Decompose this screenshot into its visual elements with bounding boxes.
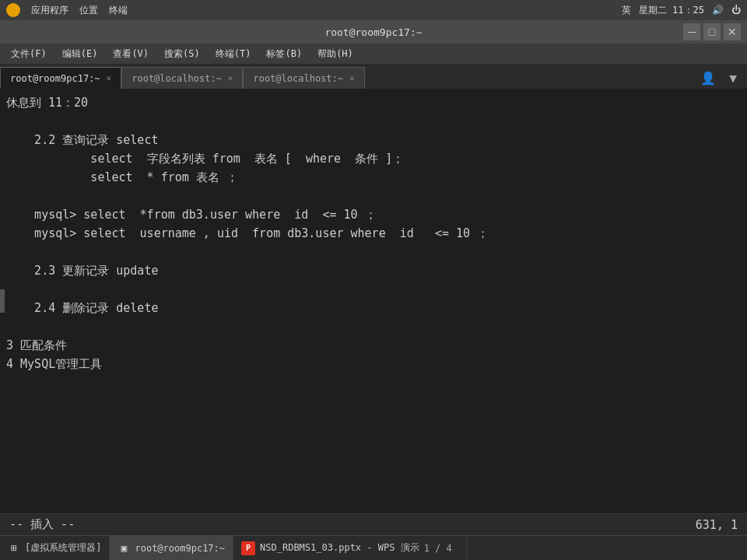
close-button[interactable]: ✕ [724, 23, 741, 40]
title-bar: root@room9pc17:~ ─ □ ✕ [0, 20, 747, 44]
tab-bar-actions: 👤 ▼ [697, 67, 747, 89]
menu-terminal[interactable]: 终端(T) [209, 46, 258, 62]
tab-0-label: root@room9pc17:~ [10, 73, 100, 84]
taskbar-terminal[interactable]: ▣ root@room9pc17:~ [110, 536, 233, 561]
taskbar-wps[interactable]: P NSD_RDBMS1_03.pptx - WPS 演示 1 / 4 [233, 536, 467, 561]
system-bar-right: 英 星期二 11：25 🔊 ⏻ [622, 4, 741, 17]
menu-file[interactable]: 文件(F) [5, 46, 53, 62]
terminal-taskbar-icon: ▣ [117, 542, 130, 555]
menu-search[interactable]: 搜索(S) [158, 46, 206, 62]
power-icon[interactable]: ⏻ [731, 5, 741, 16]
status-bar: -- 插入 -- 631, 1 [0, 513, 747, 535]
window-controls: ─ □ ✕ [683, 23, 741, 40]
taskbar: ⊞ [虚拟系统管理器] ▣ root@room9pc17:~ P NSD_RDB… [0, 535, 747, 560]
terminal-output: 休息到 11：20 2.2 查询记录 select select 字段名列表 f… [6, 93, 741, 373]
tab-2-label: root@localhost:~ [253, 73, 343, 84]
menu-tags[interactable]: 标签(B) [260, 46, 308, 62]
page-count: 1 / 4 [424, 543, 458, 554]
tab-menu-button[interactable]: ▼ [722, 67, 744, 89]
tab-2[interactable]: root@localhost:~ ✕ [243, 67, 364, 89]
taskbar-terminal-label: root@room9pc17:~ [135, 543, 225, 554]
location-menu[interactable]: 位置 [79, 4, 98, 17]
lang-indicator: 英 [622, 4, 631, 17]
vm-manager-icon: ⊞ [8, 542, 20, 555]
tab-1[interactable]: root@localhost:~ ✕ [121, 67, 243, 89]
tab-0-close[interactable]: ✕ [107, 73, 112, 83]
app-menu[interactable]: 应用程序 [31, 4, 68, 17]
system-bar-left: 应用程序 位置 终端 [6, 3, 128, 17]
tab-0[interactable]: root@room9pc17:~ ✕ [0, 67, 121, 89]
wps-icon: P [241, 541, 255, 555]
system-bar: 应用程序 位置 终端 英 星期二 11：25 🔊 ⏻ [0, 0, 747, 20]
tab-bar: root@room9pc17:~ ✕ root@localhost:~ ✕ ro… [0, 64, 747, 89]
volume-icon[interactable]: 🔊 [712, 5, 724, 16]
menu-help[interactable]: 帮助(H) [311, 46, 359, 62]
window-title: root@room9pc17:~ [324, 26, 422, 38]
taskbar-wps-label: NSD_RDBMS1_03.pptx - WPS 演示 [260, 541, 419, 555]
menu-bar: 文件(F) 编辑(E) 查看(V) 搜索(S) 终端(T) 标签(B) 帮助(H… [0, 44, 747, 64]
taskbar-vm-label: [虚拟系统管理器] [25, 541, 101, 555]
terminal-menu[interactable]: 终端 [109, 4, 128, 17]
status-right: 631, 1 [696, 518, 738, 532]
datetime: 星期二 11：25 [639, 4, 704, 17]
scroll-indicator [0, 289, 5, 313]
tab-2-close[interactable]: ✕ [349, 73, 355, 83]
minimize-button[interactable]: ─ [683, 23, 700, 40]
new-tab-button[interactable]: 👤 [697, 67, 719, 89]
maximize-button[interactable]: □ [703, 23, 721, 40]
tab-1-label: root@localhost:~ [132, 73, 222, 84]
cursor-position: 631, 1 [696, 518, 738, 532]
menu-edit[interactable]: 编辑(E) [56, 46, 104, 62]
menu-view[interactable]: 查看(V) [107, 46, 155, 62]
editor-mode: -- 插入 -- [9, 517, 75, 532]
taskbar-vm-manager[interactable]: ⊞ [虚拟系统管理器] [0, 536, 110, 561]
system-logo-icon [6, 3, 20, 17]
tab-1-close[interactable]: ✕ [228, 73, 233, 83]
terminal-content[interactable]: 休息到 11：20 2.2 查询记录 select select 字段名列表 f… [0, 89, 747, 513]
